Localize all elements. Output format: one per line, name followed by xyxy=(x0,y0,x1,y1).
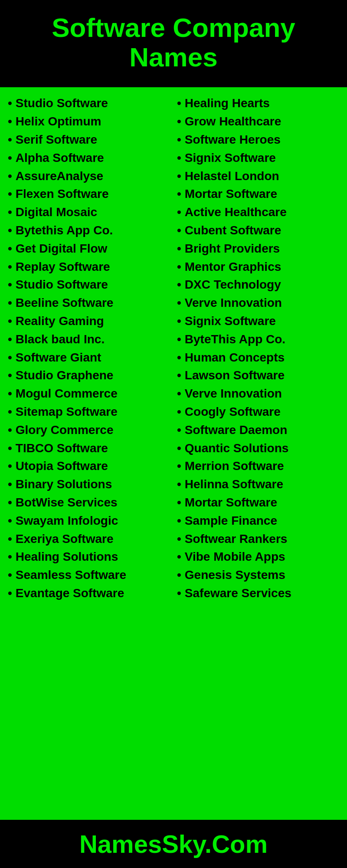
list-item: •Studio Software xyxy=(8,276,170,293)
company-name: Exeriya Software xyxy=(16,531,114,547)
list-item: •Sitemap Software xyxy=(8,404,170,420)
company-name: Utopia Software xyxy=(16,458,108,474)
list-item: •Get Digital Flow xyxy=(8,240,170,257)
company-name: Alpha Software xyxy=(16,150,104,166)
list-item: •Quantic Solutions xyxy=(177,440,339,457)
left-column: •Studio Software•Helix Optimum•Serif Sof… xyxy=(4,95,174,603)
company-name: Human Concepts xyxy=(185,349,285,366)
list-item: •Cubent Software xyxy=(177,222,339,239)
list-item: •Healing Hearts xyxy=(177,95,339,112)
bullet-icon: • xyxy=(8,422,12,438)
company-name: Beeline Software xyxy=(16,295,114,311)
bullet-icon: • xyxy=(8,276,12,293)
list-item: •Mogul Commerce xyxy=(8,385,170,402)
bullet-icon: • xyxy=(177,494,181,511)
bullet-icon: • xyxy=(8,313,12,329)
company-name: Coogly Software xyxy=(185,404,281,420)
bullet-icon: • xyxy=(177,113,181,130)
list-item: •Softwear Rankers xyxy=(177,531,339,547)
list-item: •Exeriya Software xyxy=(8,531,170,547)
list-item: •Swayam Infologic xyxy=(8,513,170,529)
list-item: •DXC Technology xyxy=(177,276,339,293)
list-item: •BotWise Services xyxy=(8,494,170,511)
company-name: Lawson Software xyxy=(185,367,285,384)
page-header: Software Company Names xyxy=(0,0,347,87)
bullet-icon: • xyxy=(8,95,12,112)
bullet-icon: • xyxy=(8,331,12,348)
bullet-icon: • xyxy=(177,295,181,311)
company-name: Verve Innovation xyxy=(185,385,282,402)
company-name: Software Daemon xyxy=(185,422,288,438)
company-name: Mortar Software xyxy=(185,494,277,511)
list-item: •Verve Innovation xyxy=(177,295,339,311)
list-item: •Signix Software xyxy=(177,150,339,166)
list-item: •Healing Solutions xyxy=(8,549,170,565)
bullet-icon: • xyxy=(177,204,181,220)
right-column: •Healing Hearts•Grow Healthcare•Software… xyxy=(174,95,343,603)
list-item: •Verve Innovation xyxy=(177,385,339,402)
company-name: Black baud Inc. xyxy=(16,331,105,348)
page-footer: NamesSky.Com xyxy=(0,820,347,868)
company-name: Studio Software xyxy=(16,276,108,293)
company-name: Vibe Mobile Apps xyxy=(185,549,285,565)
bullet-icon: • xyxy=(177,549,181,565)
bullet-icon: • xyxy=(177,440,181,457)
bullet-icon: • xyxy=(8,385,12,402)
list-item: •Software Heroes xyxy=(177,132,339,148)
bullet-icon: • xyxy=(8,494,12,511)
company-name: Helix Optimum xyxy=(16,113,101,130)
list-item: •Helix Optimum xyxy=(8,113,170,130)
company-name: Replay Software xyxy=(16,259,110,275)
company-name: Swayam Infologic xyxy=(16,513,118,529)
bullet-icon: • xyxy=(177,313,181,329)
list-item: •Beeline Software xyxy=(8,295,170,311)
company-name: Studio Software xyxy=(16,95,108,112)
list-item: •Helastel London xyxy=(177,168,339,184)
company-name: Signix Software xyxy=(185,313,276,329)
company-name: Safeware Services xyxy=(185,585,291,602)
list-item: •TIBCO Software xyxy=(8,440,170,457)
company-name: AssureAnalyse xyxy=(16,168,103,184)
company-name: DXC Technology xyxy=(185,276,281,293)
bullet-icon: • xyxy=(177,186,181,202)
company-name: Helastel London xyxy=(185,168,279,184)
list-item: •Reality Gaming xyxy=(8,313,170,329)
bullet-icon: • xyxy=(8,240,12,257)
company-name: Merrion Software xyxy=(185,458,284,474)
bullet-icon: • xyxy=(177,95,181,112)
list-item: •Mortar Software xyxy=(177,494,339,511)
company-name: Glory Commerce xyxy=(16,422,114,438)
list-item: •Sample Finance xyxy=(177,513,339,529)
bullet-icon: • xyxy=(177,513,181,529)
bullet-icon: • xyxy=(8,168,12,184)
company-name: Reality Gaming xyxy=(16,313,104,329)
list-item: •Vibe Mobile Apps xyxy=(177,549,339,565)
list-item: •Digital Mosaic xyxy=(8,204,170,220)
bullet-icon: • xyxy=(8,531,12,547)
bullet-icon: • xyxy=(8,259,12,275)
bullet-icon: • xyxy=(177,259,181,275)
bullet-icon: • xyxy=(8,404,12,420)
bullet-icon: • xyxy=(8,513,12,529)
company-name: TIBCO Software xyxy=(16,440,108,457)
bullet-icon: • xyxy=(177,458,181,474)
company-name: Mogul Commerce xyxy=(16,385,118,402)
company-name: Software Heroes xyxy=(185,132,281,148)
bullet-icon: • xyxy=(177,331,181,348)
bullet-icon: • xyxy=(177,222,181,239)
company-name: Mortar Software xyxy=(185,186,277,202)
list-item: •Utopia Software xyxy=(8,458,170,474)
bullet-icon: • xyxy=(8,567,12,583)
list-item: •Black baud Inc. xyxy=(8,331,170,348)
content-area: •Studio Software•Helix Optimum•Serif Sof… xyxy=(0,87,347,820)
bullet-icon: • xyxy=(177,150,181,166)
list-item: •Flexen Software xyxy=(8,186,170,202)
list-item: •Merrion Software xyxy=(177,458,339,474)
list-item: •Coogly Software xyxy=(177,404,339,420)
list-item: •Grow Healthcare xyxy=(177,113,339,130)
list-item: •Bytethis App Co. xyxy=(8,222,170,239)
bullet-icon: • xyxy=(8,476,12,493)
company-name: Verve Innovation xyxy=(185,295,282,311)
company-name: Evantage Software xyxy=(16,585,124,602)
bullet-icon: • xyxy=(8,367,12,384)
